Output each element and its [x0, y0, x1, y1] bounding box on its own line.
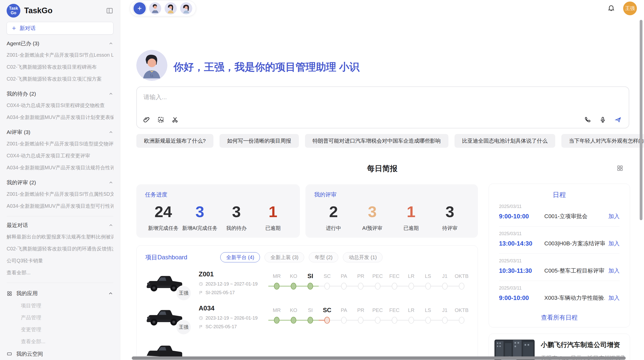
composer-attachments: [143, 116, 179, 123]
suggestion-chip[interactable]: 欧洲新规最近颁布了什么?: [136, 134, 213, 148]
sidebar-item[interactable]: C0X4-动力总成开发项目工程变更评审: [7, 150, 113, 162]
milestone-label: PA: [335, 272, 352, 280]
app-link-change-mgmt[interactable]: 变更管理: [7, 324, 113, 336]
vertical-scrollbar[interactable]: [640, 20, 642, 220]
project-row[interactable]: 王强 Z001 2023-12-19 ~ 2027-01-19 SI-2025-…: [137, 265, 478, 299]
recent-chat-item[interactable]: 解释最新出台的欧盟报废车法规再生塑料比例被调至15%...: [7, 231, 113, 243]
join-link[interactable]: 加入: [608, 240, 620, 247]
sidebar-collapse-icon[interactable]: [106, 7, 113, 14]
sidebar-item[interactable]: Z001-全新燃油轻卡产品开发项目SI造型提交物评审: [7, 138, 113, 150]
sidebar-item[interactable]: C02-飞腾新能源轻客改款项目里程碑画布: [7, 61, 113, 73]
section-my-review[interactable]: 我的评审 (2): [7, 179, 113, 186]
metric: 2 进行中: [314, 203, 353, 232]
view-all-chats-link[interactable]: 查看全部...: [7, 267, 113, 279]
owner-name: 王强: [179, 290, 188, 296]
new-chat-button[interactable]: 新对话: [7, 22, 113, 35]
milestone-label: SC: [319, 306, 335, 314]
milestone-node: [425, 283, 431, 290]
sidebar-item[interactable]: A034-全新新能源MUV产品开发项目法规符合性评审: [7, 162, 113, 174]
metric-label: 已逾期: [392, 225, 431, 232]
milestone-node: [392, 317, 397, 324]
metric-label: 待评审: [431, 225, 470, 232]
project-row[interactable]: 王强 A034 2023-12-19 ~ 2026-01-19 SC-2025-…: [137, 299, 478, 333]
filter-pill[interactable]: 全新上装 (3): [265, 252, 304, 262]
join-link[interactable]: 加入: [608, 267, 620, 275]
filter-pill[interactable]: 全新平台 (4): [220, 252, 260, 262]
send-icon[interactable]: [614, 116, 622, 123]
notifications-bell-icon[interactable]: [607, 4, 615, 12]
paperclip-icon[interactable]: [143, 116, 150, 123]
milestone-label: SI: [302, 306, 319, 314]
scissors-icon[interactable]: [171, 116, 179, 123]
suggestion-chip[interactable]: 特朗普可能对进口汽车增税会对中国车企造成哪些影响: [305, 134, 448, 148]
agent-avatar[interactable]: [149, 2, 161, 14]
user-name: 王强: [625, 5, 635, 12]
logo-text-top: Task: [9, 6, 18, 11]
schedule-item: 2025/03/11 13:00-14:30 C003|H0B-方案冻结评审 加…: [499, 227, 620, 254]
milestone-ko: KO: [285, 272, 302, 291]
schedule-card: 日程 2025/03/11 9:00-10:00 C001-立项审批会 加入 2…: [489, 184, 630, 327]
sidebar-item[interactable]: A034-全新新能源MUV产品开发项目造型可行性评审: [7, 200, 113, 212]
project-dates: 2023-12-19 ~ 2027-01-19: [199, 281, 262, 287]
my-apps-row[interactable]: 我的应用: [7, 287, 113, 300]
metric-value: 1: [392, 203, 431, 221]
milestone-node: [291, 317, 296, 324]
app-link-project-mgmt[interactable]: 项目管理: [7, 300, 113, 312]
milestone-fec: FEC: [386, 306, 403, 325]
app-link-product-mgmt[interactable]: 产品管理: [7, 312, 113, 324]
sidebar-item[interactable]: C02-飞腾新能源轻客改款项目立项汇报方案: [7, 73, 113, 85]
join-link[interactable]: 加入: [608, 294, 620, 302]
section-label: 我的待办 (2): [7, 90, 36, 97]
suggestion-chip[interactable]: 如何写一份清晰的项目周报: [219, 134, 299, 148]
section-label: Agent已办 (3): [7, 40, 39, 47]
metric-value: 1: [255, 203, 291, 221]
horizontal-scrollbar[interactable]: [132, 356, 626, 360]
chevron-up-icon: [108, 180, 113, 185]
message-input[interactable]: [143, 93, 622, 108]
view-all-apps-link[interactable]: 查看全部...: [7, 336, 113, 348]
suggestion-chip[interactable]: 当下年轻人对汽车外观有怎样的喜好趋势: [561, 134, 644, 148]
news-card[interactable]: 小鹏飞行汽车制造公司增资 天眼查 App 显示，近日广州汇天飞行汽...: [489, 334, 630, 360]
milestone-oktb: OKTB: [453, 306, 470, 325]
greeting-title: 你好，王强，我是你的项目管理助理 小识: [173, 60, 359, 74]
project-date-range: 2023-12-19 ~ 2026-01-19: [206, 316, 258, 321]
session-switcher: [130, 1, 196, 16]
agent-avatar[interactable]: [165, 2, 177, 14]
microphone-icon[interactable]: [599, 116, 606, 123]
join-link[interactable]: 加入: [608, 213, 620, 220]
layout-grid-icon[interactable]: [617, 165, 623, 171]
schedule-date: 2025/03/11: [499, 231, 620, 236]
milestone-pa: PA: [335, 306, 352, 325]
my-cloud-row[interactable]: 我的云空间: [7, 348, 113, 360]
milestone-ls: LS: [420, 306, 436, 325]
my-apps-label: 我的应用: [16, 290, 104, 297]
sidebar-item[interactable]: A034-全新新能源MUV产品开发项目计划变更表编写: [7, 111, 113, 123]
user-avatar[interactable]: 王强: [623, 2, 637, 15]
recent-chat-item[interactable]: 公司Q3轻卡销量: [7, 255, 113, 267]
recent-chat-item[interactable]: C02-飞腾新能源轻客改款项目的闭环通告反馈情况: [7, 243, 113, 255]
metric-value: 3: [353, 203, 392, 221]
sidebar-item[interactable]: C0X4-动力总成开发项目SI里程碑提交物检查: [7, 99, 113, 111]
suggestion-chip[interactable]: 比亚迪全固态电池计划具体说了什么: [455, 134, 555, 148]
schedule-title: 日程: [489, 190, 630, 199]
section-ai-review[interactable]: AI评审 (3): [7, 129, 113, 136]
section-my-todo[interactable]: 我的待办 (2): [7, 90, 113, 97]
view-all-schedule-link[interactable]: 查看所有日程: [489, 313, 630, 322]
milestone-sc: SC: [319, 306, 335, 325]
add-session-button[interactable]: [134, 2, 146, 14]
sidebar-item[interactable]: Z001-全新燃油轻卡产品开发项目SI节点属性5D文件评审: [7, 188, 113, 200]
metric: 1 已逾期: [255, 203, 291, 232]
metric-label: 进行中: [314, 225, 353, 232]
section-agent-done[interactable]: Agent已办 (3): [7, 40, 113, 47]
clock-icon: [199, 316, 203, 320]
section-recent-chats[interactable]: 最近对话: [7, 222, 113, 229]
image-icon[interactable]: [157, 116, 164, 123]
sidebar-item[interactable]: Z001-全新燃油皮卡产品开发项目SI节点Lesson Learn报告: [7, 49, 113, 61]
schedule-item: 2025/03/11 9:00-10:00 X003-车辆动力学性能验... 加…: [499, 281, 620, 308]
agent-avatar[interactable]: [180, 2, 192, 14]
composer-actions: [584, 116, 622, 123]
filter-pill[interactable]: 动总开发 (1): [343, 252, 383, 262]
filter-pill[interactable]: 年型 (2): [309, 252, 338, 262]
phone-call-icon[interactable]: [584, 116, 591, 123]
milestone-label: SC: [319, 272, 335, 280]
